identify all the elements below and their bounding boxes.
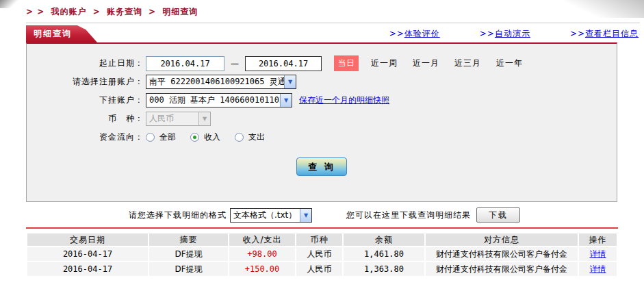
col-header-date: 交易日期 bbox=[27, 233, 148, 246]
quick-range-week[interactable]: 近一周 bbox=[371, 58, 398, 69]
cell-currency: 人民币 bbox=[296, 247, 342, 261]
flow-option-income[interactable]: 收入 bbox=[190, 131, 220, 143]
breadcrumb-item-detail-query[interactable]: 明细查询 bbox=[162, 7, 198, 16]
date-range-dash: — bbox=[231, 59, 239, 68]
transactions-table: 交易日期 摘要 收入/支出 币种 余额 对方信息 操作 2016-04-17 D… bbox=[26, 232, 618, 277]
flow-option-all[interactable]: 全部 bbox=[146, 131, 176, 143]
flow-option-income-label: 收入 bbox=[204, 131, 220, 143]
cell-date: 2016-04-17 bbox=[27, 247, 148, 261]
flow-option-expense[interactable]: 支出 bbox=[235, 131, 265, 143]
cell-amount: +150.00 bbox=[229, 262, 295, 276]
download-format-value: 文本格式（.txt） bbox=[231, 210, 300, 221]
flow-direction-options: 全部 收入 支出 bbox=[146, 131, 265, 143]
query-button[interactable]: 查 询 bbox=[296, 157, 347, 176]
detail-link[interactable]: 详情 bbox=[590, 264, 606, 274]
col-header-action: 操作 bbox=[579, 233, 617, 246]
tab-detail-query[interactable]: 明细查询 bbox=[26, 25, 97, 42]
query-button-row: 查 询 bbox=[27, 157, 617, 176]
col-header-amount: 收入/支出 bbox=[229, 233, 295, 246]
chevron-down-icon: ▼ bbox=[280, 94, 292, 107]
table-row: 2016-04-17 DF提现 +98.00 人民币 1,461.80 财付通支… bbox=[27, 247, 617, 261]
download-row: 请您选择下载明细的格式 文本格式（.txt） ▼ 您可以在这里下载查询明细结果 … bbox=[0, 207, 644, 223]
chevron-down-icon: ▼ bbox=[198, 112, 210, 125]
chevron-down-icon: ▼ bbox=[300, 209, 311, 222]
link-label: 自动演示 bbox=[495, 29, 530, 38]
link-prefix: >> bbox=[570, 29, 585, 38]
radio-checked-icon[interactable] bbox=[190, 133, 199, 142]
sub-account-select[interactable]: 000 活期 基本户 1406600101102571848 ▼ bbox=[146, 93, 292, 107]
page-corner-shade-left bbox=[0, 0, 23, 8]
date-to-input[interactable] bbox=[245, 56, 322, 71]
quick-range-year[interactable]: 近一年 bbox=[496, 58, 523, 69]
cell-balance: 1,363.80 bbox=[344, 262, 424, 276]
date-range-row: 起止日期： — 当日 近一周 近一月 近三月 近一年 bbox=[27, 54, 617, 73]
download-result-label: 您可以在这里下载查询明细结果 bbox=[346, 210, 471, 221]
table-row: 2016-04-17 DF提现 +150.00 人民币 1,363.80 财付通… bbox=[27, 262, 617, 276]
sub-account-row: 下挂账户： 000 活期 基本户 1406600101102571848 ▼ 保… bbox=[27, 91, 617, 110]
save-snapshot-link[interactable]: 保存近一个月的明细快照 bbox=[299, 94, 389, 106]
col-header-currency: 币种 bbox=[296, 233, 342, 246]
link-experience-rating[interactable]: >>体验评价 bbox=[389, 28, 440, 40]
link-label: 查看栏目信息 bbox=[585, 29, 639, 38]
header-links: >>体验评价 >>自动演示 >>查看栏目信息 bbox=[389, 28, 639, 40]
download-format-select[interactable]: 文本格式（.txt） ▼ bbox=[230, 208, 312, 223]
sub-account-value: 000 活期 基本户 1406600101102571848 bbox=[146, 94, 280, 106]
col-header-summary: 摘要 bbox=[149, 233, 228, 246]
table-top-divider bbox=[26, 227, 618, 229]
breadcrumb-separator: > bbox=[149, 7, 156, 16]
currency-value: 人民币 bbox=[146, 113, 198, 125]
cell-currency: 人民币 bbox=[296, 262, 342, 276]
sub-account-label: 下挂账户： bbox=[27, 94, 144, 106]
flow-direction-row: 资金流向： 全部 收入 支出 bbox=[27, 128, 617, 147]
currency-row: 币 种： 人民币 ▼ bbox=[27, 110, 617, 128]
registered-account-label: 请选择注册账户： bbox=[27, 76, 144, 88]
radio-icon[interactable] bbox=[235, 133, 244, 142]
link-view-column-info[interactable]: >>查看栏目信息 bbox=[570, 28, 639, 40]
breadcrumb-prefix: > > bbox=[26, 7, 44, 16]
link-auto-demo[interactable]: >>自动演示 bbox=[480, 28, 530, 40]
download-button[interactable]: 下载 bbox=[476, 207, 520, 223]
cell-amount: +98.00 bbox=[229, 247, 295, 261]
breadcrumb-item-account-query[interactable]: 账务查询 bbox=[107, 7, 142, 16]
quick-range-today-badge[interactable]: 当日 bbox=[334, 55, 359, 71]
currency-label: 币 种： bbox=[27, 113, 144, 125]
col-header-balance: 余额 bbox=[344, 233, 424, 246]
registered-account-row: 请选择注册账户： 南平 6222001406100921065 灵通卡 ▼ bbox=[27, 73, 617, 91]
currency-select: 人民币 ▼ bbox=[146, 112, 211, 126]
quick-range-quarter[interactable]: 近三月 bbox=[454, 58, 481, 69]
table-header-row: 交易日期 摘要 收入/支出 币种 余额 对方信息 操作 bbox=[27, 233, 617, 246]
link-label: 体验评价 bbox=[404, 29, 440, 38]
cell-summary: DF提现 bbox=[149, 262, 228, 276]
date-range-label: 起止日期： bbox=[27, 58, 144, 69]
tab-row: 明细查询 >>体验评价 >>自动演示 >>查看栏目信息 bbox=[26, 23, 640, 42]
query-form-panel: 起止日期： — 当日 近一周 近一月 近三月 近一年 请选择注册账户： 南平 6… bbox=[26, 42, 617, 202]
quick-range-month[interactable]: 近一月 bbox=[413, 58, 439, 69]
cell-summary: DF提现 bbox=[149, 247, 228, 261]
cell-balance: 1,461.80 bbox=[344, 247, 424, 261]
registered-account-select[interactable]: 南平 6222001406100921065 灵通卡 ▼ bbox=[146, 75, 296, 89]
date-from-input[interactable] bbox=[146, 56, 224, 71]
link-prefix: >> bbox=[480, 29, 495, 38]
cell-counterparty: 财付通支付科技有限公司客户备付金 bbox=[426, 262, 578, 276]
cell-date: 2016-04-17 bbox=[27, 262, 148, 276]
breadcrumb-separator: > bbox=[93, 7, 101, 16]
radio-icon[interactable] bbox=[146, 133, 155, 142]
col-header-counterparty: 对方信息 bbox=[426, 233, 578, 246]
link-prefix: >> bbox=[389, 29, 404, 38]
flow-direction-label: 资金流向： bbox=[27, 131, 144, 143]
cell-counterparty: 财付通支付科技有限公司客户备付金 bbox=[426, 247, 578, 261]
download-format-label: 请您选择下载明细的格式 bbox=[129, 210, 227, 221]
flow-option-all-label: 全部 bbox=[159, 131, 176, 143]
quick-ranges: 近一周 近一月 近三月 近一年 bbox=[371, 58, 523, 69]
flow-option-expense-label: 支出 bbox=[248, 131, 265, 143]
breadcrumb-item-my-account[interactable]: 我的账户 bbox=[51, 7, 86, 16]
page-corner-shade-right bbox=[541, 0, 644, 18]
chevron-down-icon: ▼ bbox=[284, 75, 296, 88]
registered-account-value: 南平 6222001406100921065 灵通卡 bbox=[146, 76, 284, 88]
detail-link[interactable]: 详情 bbox=[590, 249, 606, 259]
